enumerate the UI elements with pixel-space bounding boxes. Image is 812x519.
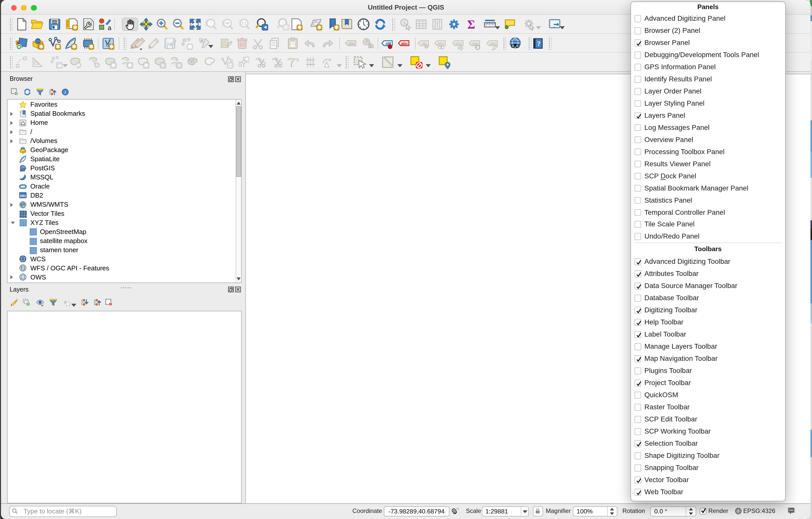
svg-text:✱: ✱ — [89, 43, 93, 50]
svg-text:✱: ✱ — [144, 62, 148, 68]
svg-text:✱: ✱ — [317, 24, 322, 31]
svg-text:✱: ✱ — [56, 43, 60, 50]
svg-text:✱: ✱ — [334, 24, 339, 31]
svg-text:✕: ✕ — [177, 62, 181, 68]
svg-text:abc: abc — [437, 41, 444, 45]
svg-text:abc: abc — [489, 41, 496, 45]
svg-text:✱: ✱ — [72, 43, 76, 50]
svg-text:✱: ✱ — [72, 24, 77, 31]
svg-text:✱: ✱ — [128, 62, 132, 68]
svg-text:✱: ✱ — [297, 24, 302, 31]
svg-text:abc: abc — [455, 41, 462, 45]
svg-text:✱: ✱ — [111, 62, 116, 68]
svg-text:✱: ✱ — [39, 43, 44, 50]
svg-text:✕: ✕ — [161, 62, 165, 68]
svg-text:?: ? — [537, 39, 540, 47]
svg-text:i: i — [65, 90, 66, 94]
svg-text:Σ: Σ — [467, 18, 475, 31]
svg-text:abc: abc — [401, 41, 408, 45]
svg-text:abc: abc — [348, 41, 355, 45]
svg-text:✱: ✱ — [187, 43, 192, 50]
svg-text:1:1: 1:1 — [242, 21, 247, 25]
svg-text:✱: ✱ — [109, 43, 114, 50]
svg-text:✱: ✱ — [245, 57, 249, 61]
svg-text:i: i — [404, 20, 405, 26]
svg-text:a: a — [108, 24, 111, 32]
svg-text:DB2: DB2 — [20, 194, 26, 197]
